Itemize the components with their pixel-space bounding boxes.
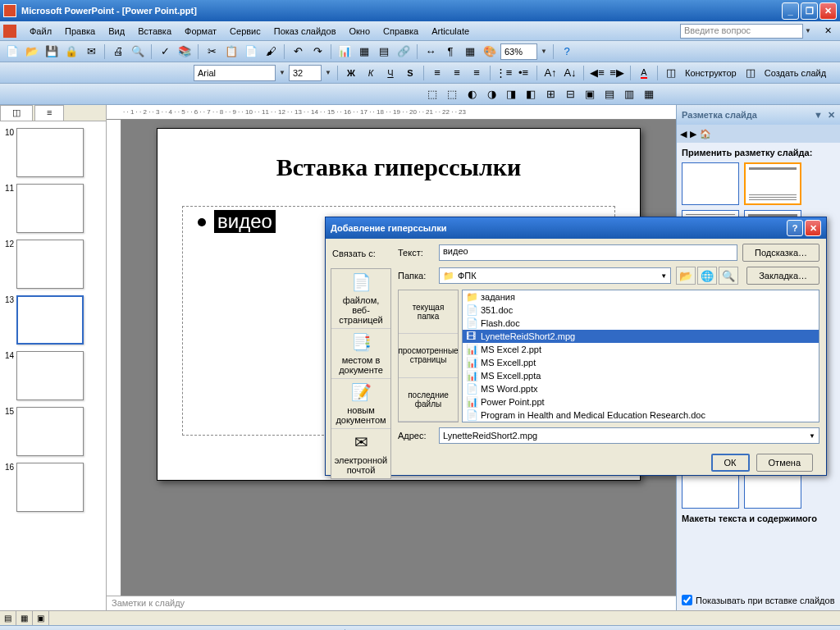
increase-indent-icon[interactable]: ≡▶ [608,64,626,82]
numbering-icon[interactable]: ⋮≡ [495,64,513,82]
align-center-icon[interactable]: ≡ [448,64,466,82]
browse-web-icon[interactable]: 🌐 [697,267,717,285]
design-icon[interactable]: ◫ [662,64,680,82]
oval-icon[interactable]: ○ [224,628,242,631]
textbox-icon[interactable]: A [244,628,262,631]
x1-icon[interactable]: ⬚ [423,85,441,103]
x6-icon[interactable]: ◧ [522,85,540,103]
bold-icon[interactable]: Ж [342,64,360,82]
menu-item[interactable]: Окно [343,25,377,38]
task-pane-dropdown-icon[interactable]: ▼ [814,110,823,120]
file-item[interactable]: 📄MS Word.pptx [463,382,819,395]
font-color-icon[interactable]: A [635,64,653,82]
line-icon[interactable]: ╲ [165,628,183,631]
decrease-indent-icon[interactable]: ◀≡ [588,64,606,82]
decrease-font-icon[interactable]: A↓ [561,64,579,82]
research-icon[interactable]: 📚 [176,43,194,61]
format-painter-icon[interactable]: 🖌 [262,43,280,61]
bullet-text[interactable]: видео [214,210,276,233]
menu-item[interactable]: Сервис [223,25,267,38]
new-slide-icon[interactable]: ◫ [742,64,760,82]
file-item[interactable]: 📄Flash.doc [463,317,819,330]
select-icon[interactable]: ↖ [68,628,86,631]
thumb-tab-outline[interactable]: ≡ [34,105,64,121]
sorter-view-icon[interactable]: ▦ [16,611,33,625]
slide-title[interactable]: Вставка гиперссылки [182,153,615,181]
file-list[interactable]: 📁задания📄351.doc📄Flash.doc🎞LynetteReidSh… [462,290,819,422]
copy-icon[interactable]: 📋 [222,43,240,61]
minimize-button[interactable]: _ [782,2,799,20]
shadow-icon[interactable]: S [401,64,419,82]
notes-pane[interactable]: Заметки к слайду [107,596,676,610]
dialog-help-button[interactable]: ? [787,220,803,236]
x2-icon[interactable]: ⬚ [443,85,461,103]
cut-icon[interactable]: ✂ [203,43,221,61]
line-style-icon[interactable]: ≡ [409,628,427,631]
expand-icon[interactable]: ↔ [422,43,440,61]
up-folder-icon[interactable]: 📂 [676,267,696,285]
new-slide-label[interactable]: Создать слайд [761,68,829,78]
file-item[interactable]: 📊MS Excell.ppt [463,356,819,369]
link-to-option[interactable]: ✉электронной почтой [331,429,390,478]
menu-item[interactable]: Articulate [425,25,476,38]
paste-icon[interactable]: 📄 [242,43,260,61]
slide-thumbnail[interactable]: 16 [3,463,103,512]
dash-style-icon[interactable]: ┅ [428,628,446,631]
color-icon[interactable]: 🎨 [481,43,499,61]
thumb-tab-slides[interactable]: ◫ [0,105,33,121]
link-to-option[interactable]: 📑местом в документе [331,329,390,379]
3d-style-icon[interactable]: ◩ [487,628,505,631]
open-icon[interactable]: 📂 [23,43,41,61]
x3-icon[interactable]: ◐ [463,85,481,103]
show-formatting-icon[interactable]: ¶ [441,43,459,61]
slide-thumbnail[interactable]: 15 [3,407,103,456]
x12-icon[interactable]: ▦ [640,85,658,103]
font-dropdown-icon[interactable]: ▼ [277,69,287,76]
show-on-insert-checkbox[interactable]: Показывать при вставке слайдов [682,595,835,605]
help-search-dropdown[interactable]: ▼ [803,27,813,34]
close-button[interactable]: ✕ [819,2,837,20]
task-pane-close-icon[interactable]: ✕ [828,110,835,121]
align-right-icon[interactable]: ≡ [468,64,486,82]
file-item[interactable]: 📄Program in Health and Medical Education… [463,409,819,422]
redo-icon[interactable]: ↷ [308,43,326,61]
help-icon[interactable]: ? [558,43,576,61]
rect-icon[interactable]: ▭ [204,628,222,631]
x11-icon[interactable]: ▥ [620,85,638,103]
print-icon[interactable]: 🖨 [109,43,127,61]
help-search-box[interactable]: Введите вопрос [680,24,803,39]
zoom-dropdown-icon[interactable]: ▼ [539,48,549,55]
normal-view-icon[interactable]: ▤ [0,611,16,625]
file-item[interactable]: 📊MS Excel 2.ppt [463,343,819,356]
menu-item[interactable]: Справка [377,25,425,38]
line-color-icon[interactable]: 🖊 [369,628,387,631]
table-icon[interactable]: ▦ [355,43,373,61]
underline-icon[interactable]: Ч [381,64,399,82]
x7-icon[interactable]: ⊞ [541,85,559,103]
slideshow-view-icon[interactable]: ▣ [33,611,49,625]
italic-icon[interactable]: К [362,64,380,82]
browse-category[interactable]: текущая папка [399,290,458,334]
nav-home-icon[interactable]: 🏠 [700,129,711,139]
save-icon[interactable]: 💾 [43,43,61,61]
menu-item[interactable]: Правка [58,25,102,38]
spell-icon[interactable]: ✓ [156,43,174,61]
diagram-icon[interactable]: ◉ [283,628,301,631]
x8-icon[interactable]: ⊟ [561,85,579,103]
menu-item[interactable]: Формат [178,25,223,38]
fill-color-icon[interactable]: 🪣 [349,628,368,631]
undo-icon[interactable]: ↶ [289,43,307,61]
arrow-icon[interactable]: ↘ [185,628,203,631]
dialog-close-button[interactable]: ✕ [805,220,821,236]
menu-item[interactable]: Вставка [131,25,178,38]
layout-item[interactable] [744,162,801,205]
file-item[interactable]: 📁задания [463,290,819,304]
slide-thumbnail[interactable]: 13 [3,295,103,345]
tables-borders-icon[interactable]: ▤ [375,43,393,61]
arrow-style-icon[interactable]: ⇢ [448,628,466,631]
permission-icon[interactable]: 🔒 [62,43,80,61]
increase-font-icon[interactable]: A↑ [541,64,559,82]
x9-icon[interactable]: ▣ [581,85,599,103]
text-input[interactable]: видео [439,244,737,261]
address-input[interactable]: LynetteReidShort2.mpg ▼ [439,427,819,444]
